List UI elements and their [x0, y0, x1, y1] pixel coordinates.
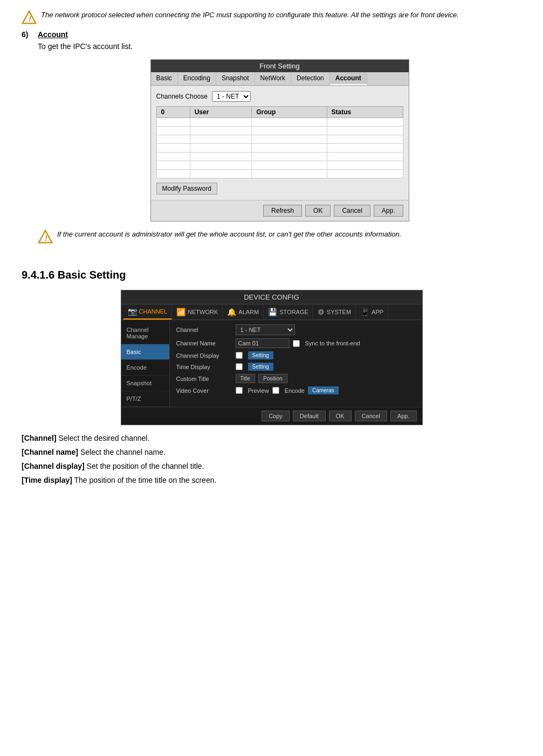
sidebar-snapshot[interactable]: Snapshot — [121, 376, 169, 391]
section-6-content: Account To get the IPC's account list. F… — [38, 30, 521, 253]
section-6-body: To get the IPC's account list. — [38, 42, 521, 51]
custom-title-position-btn[interactable]: Position — [258, 374, 287, 383]
warning-icon-1: ! — [22, 10, 37, 25]
desc-time-display-text: The position of the time title on the sc… — [74, 476, 217, 484]
channel-name-input[interactable] — [236, 338, 290, 348]
device-footer: Copy Default OK Cancel App. — [121, 407, 422, 425]
desc-channel-display: [Channel display] Set the position of th… — [22, 462, 521, 470]
custom-title-row: Custom Title Title Position — [176, 374, 416, 383]
desc-channel-label: [Channel] — [22, 434, 57, 442]
cancel-button[interactable]: Cancel — [334, 205, 370, 217]
section-6-number: 6) — [22, 30, 38, 253]
time-display-value: Setting — [236, 363, 273, 371]
cameras-btn[interactable]: Cameras — [308, 386, 339, 394]
sidebar-channel-manage[interactable]: Channel Manage — [121, 322, 169, 344]
app-button[interactable]: App. — [374, 205, 403, 217]
time-display-checkbox[interactable] — [236, 363, 243, 370]
desc-time-display-label: [Time display] — [22, 476, 72, 484]
default-button[interactable]: Default — [293, 411, 326, 421]
desc-channel: [Channel] Select the desired channel. — [22, 434, 521, 442]
device-dialog-title: DEVICE CONFIG — [121, 290, 422, 304]
col-user: User — [190, 107, 252, 118]
tab-network[interactable]: NetWork — [255, 72, 291, 85]
custom-title-title-btn[interactable]: Title — [236, 374, 256, 383]
preview-checkbox[interactable] — [236, 387, 243, 394]
device-cancel-button[interactable]: Cancel — [355, 411, 387, 421]
front-dialog-container: Front Setting Basic Encoding Snapshot Ne… — [38, 59, 521, 221]
tab-encoding[interactable]: Encoding — [178, 72, 216, 85]
channel-name-row: Channel Name Sync to the front-end — [176, 338, 416, 348]
video-cover-row: Video Cover Preview Encode Cameras — [176, 386, 416, 394]
alarm-icon: 🔔 — [227, 308, 236, 316]
channel-display-checkbox[interactable] — [236, 352, 243, 359]
section-941-heading: 9.4.1.6 Basic Setting — [22, 269, 521, 281]
desc-channel-display-label: [Channel display] — [22, 462, 85, 470]
account-table: 0 User Group Status — [156, 106, 403, 178]
front-dialog-title: Front Setting — [151, 60, 409, 72]
svg-text:!: ! — [29, 15, 31, 23]
desc-channel-name: [Channel name] Select the channel name. — [22, 448, 521, 456]
front-dialog-footer: Refresh OK Cancel App. — [151, 200, 409, 221]
nav-network[interactable]: 📶 NETWORK — [172, 305, 223, 319]
device-sidebar: Channel Manage Basic Encode Snapshot P/T… — [121, 320, 170, 407]
channel-display-label: Channel Display — [176, 352, 236, 359]
col-index: 0 — [156, 107, 190, 118]
sidebar-basic[interactable]: Basic — [121, 344, 169, 360]
nav-alarm[interactable]: 🔔 ALARM — [223, 305, 264, 319]
warning-block-2: ! If the current account is administrato… — [38, 230, 521, 244]
warning-text-2: If the current account is administrator … — [57, 230, 401, 238]
device-dialog: DEVICE CONFIG 📷 CHANNEL 📶 NETWORK 🔔 ALAR… — [121, 290, 423, 425]
time-display-setting-btn[interactable]: Setting — [248, 363, 273, 371]
app-icon: 📱 — [360, 308, 369, 316]
storage-icon: 💾 — [268, 308, 277, 316]
device-app-button[interactable]: App. — [390, 411, 417, 421]
desc-channel-display-text: Set the position of the channel title. — [87, 462, 204, 470]
custom-title-label: Custom Title — [176, 376, 236, 382]
tab-snapshot[interactable]: Snapshot — [216, 72, 255, 85]
desc-channel-name-text: Select the channel name. — [80, 448, 166, 456]
network-icon: 📶 — [176, 308, 185, 316]
channel-row: Channel 1 - NET — [176, 324, 416, 335]
nav-alarm-label: ALARM — [238, 309, 259, 315]
tab-basic[interactable]: Basic — [151, 72, 178, 85]
front-dialog-body: Channels Choose 1 - NET 0 User Group Sta… — [151, 86, 409, 200]
warning-block-1: ! The network protocol selected when con… — [22, 11, 521, 25]
nav-app[interactable]: 📱 APP — [356, 305, 388, 319]
modify-password-button[interactable]: Modify Password — [156, 183, 217, 195]
sync-label: Sync to the front-end — [305, 340, 360, 346]
system-icon: ⚙ — [318, 308, 325, 316]
sidebar-ptz[interactable]: P/T/Z — [121, 391, 169, 407]
preview-label: Preview — [248, 387, 269, 394]
nav-system-label: SYSTEM — [327, 309, 351, 315]
nav-system[interactable]: ⚙ SYSTEM — [313, 305, 356, 319]
sync-checkbox[interactable] — [293, 340, 300, 347]
sidebar-encode[interactable]: Encode — [121, 360, 169, 376]
channels-choose-select[interactable]: 1 - NET — [212, 91, 251, 102]
channel-select[interactable]: 1 - NET — [236, 324, 295, 335]
front-dialog-tabs: Basic Encoding Snapshot NetWork Detectio… — [151, 72, 409, 86]
channel-label: Channel — [176, 327, 236, 333]
channel-display-row: Channel Display Setting — [176, 351, 416, 359]
nav-channel[interactable]: 📷 CHANNEL — [123, 304, 173, 320]
time-display-row: Time Display Setting — [176, 363, 416, 371]
copy-button[interactable]: Copy — [262, 411, 290, 421]
encode-label: Encode — [285, 387, 305, 394]
channel-display-value: Setting — [236, 351, 273, 359]
device-ok-button[interactable]: OK — [329, 411, 352, 421]
tab-detection[interactable]: Detection — [291, 72, 330, 85]
channel-value: 1 - NET — [236, 324, 295, 335]
ok-button[interactable]: OK — [305, 205, 331, 217]
warning-text-1: The network protocol selected when conne… — [41, 11, 459, 19]
nav-app-label: APP — [372, 309, 383, 315]
desc-channel-name-label: [Channel name] — [22, 448, 78, 456]
nav-storage[interactable]: 💾 STORAGE — [264, 305, 313, 319]
desc-channel-text: Select the desired channel. — [58, 434, 149, 442]
channel-icon: 📷 — [128, 307, 137, 316]
tab-account[interactable]: Account — [330, 72, 367, 85]
device-main: Channel 1 - NET Channel Name Sync to the… — [170, 320, 422, 407]
refresh-button[interactable]: Refresh — [263, 205, 302, 217]
device-dialog-container: DEVICE CONFIG 📷 CHANNEL 📶 NETWORK 🔔 ALAR… — [22, 290, 521, 425]
encode-checkbox[interactable] — [272, 387, 279, 394]
channel-display-setting-btn[interactable]: Setting — [248, 351, 273, 359]
nav-storage-label: STORAGE — [279, 309, 308, 315]
